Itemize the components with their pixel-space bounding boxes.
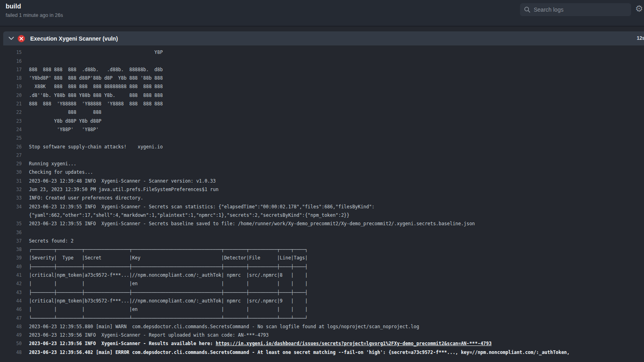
log-lines: 14 d8b15 Y8P1617888 888 888 888 .d88b. .…: [0, 45, 644, 362]
line-text: d8b: [29, 45, 163, 48]
line-text: Stop software supply-chain attacks! xyge…: [29, 143, 163, 151]
log-line: 39|Severity| Type |Secret |Key |Detector…: [0, 254, 644, 262]
line-number[interactable]: 47: [0, 314, 22, 323]
line-number[interactable]: 17: [0, 66, 22, 74]
line-number[interactable]: 46: [0, 305, 22, 314]
log-line: 42| | | |en | | | | |: [0, 280, 644, 288]
log-line: 342023-06-23 12:39:55 INFO Xygeni-Scanne…: [0, 203, 644, 211]
log-line: {"yaml":662,"other":17,"shell":4,"markdo…: [0, 211, 644, 220]
line-text: |Severity| Type |Secret |Key |Detector|F…: [29, 254, 308, 262]
line-text: ┌────────┬─────────┬────────────────┬───…: [29, 245, 308, 254]
line-number[interactable]: 14: [0, 45, 22, 48]
line-number[interactable]: 38: [0, 245, 22, 254]
log-line: 15 Y8P: [0, 48, 644, 57]
line-number[interactable]: 49: [0, 331, 22, 339]
log-line: 20.d8''8b. Y88b 888 Y88b 888 Y8b. 888 88…: [0, 91, 644, 100]
gear-icon[interactable]: ⚙: [635, 4, 643, 13]
log-line: 41|critical|npm_token|a73c9572-f***...|/…: [0, 271, 644, 280]
line-number[interactable]: 19: [0, 82, 22, 91]
log-line: 37Secrets found: 2: [0, 237, 644, 245]
line-number[interactable]: 39: [0, 254, 22, 262]
line-number[interactable]: 27: [0, 151, 22, 160]
line-number[interactable]: 35: [0, 220, 22, 228]
log-line: 40├────────┼─────────┼────────────────┼─…: [0, 263, 644, 271]
line-number[interactable]: 30: [0, 168, 22, 177]
log-line: 24 'Y88P' 'Y88P': [0, 125, 644, 134]
line-number[interactable]: 24: [0, 125, 22, 134]
log-line: 21888 888 'Y88888 'Y88888 'Y8888 888 888…: [0, 100, 644, 108]
line-text: 2023-06-23 12:39:48 INFO Xygeni-Scanner …: [29, 177, 216, 185]
log-line: 38┌────────┬─────────┬────────────────┬─…: [0, 245, 644, 254]
line-text: Jun 23, 2023 12:39:50 PM java.util.prefs…: [29, 185, 219, 194]
search-icon: [524, 6, 530, 13]
line-number[interactable]: 23: [0, 117, 22, 125]
line-number[interactable]: 42: [0, 280, 22, 288]
line-number[interactable]: 26: [0, 143, 22, 151]
log-line: 44|critical|npm_token|b73c9572-f***...|/…: [0, 297, 644, 305]
step-failed-icon: [18, 35, 25, 42]
line-number[interactable]: 18: [0, 74, 22, 82]
line-text: 888 888 'Y88888 'Y88888 'Y8888 888 888 8…: [29, 100, 163, 108]
line-number[interactable]: 36: [0, 228, 22, 237]
log-line: 312023-06-23 12:39:48 INFO Xygeni-Scanne…: [0, 177, 644, 185]
line-number[interactable]: 48: [0, 348, 22, 357]
line-number[interactable]: 22: [0, 108, 22, 117]
line-number[interactable]: 25: [0, 134, 22, 142]
line-number[interactable]: 16: [0, 57, 22, 66]
log-line: 27: [0, 151, 644, 160]
line-number[interactable]: 32: [0, 185, 22, 194]
line-number[interactable]: 44: [0, 297, 22, 305]
results-link[interactable]: https://in.xygeni.io/dashboard/issues/se…: [216, 341, 491, 346]
line-text: └────────┴─────────┴────────────────┴───…: [29, 314, 308, 323]
line-number[interactable]: [0, 211, 22, 220]
line-number[interactable]: 48: [0, 323, 22, 331]
line-text: 2023-06-23 12:39:55 INFO Xygeni-Scanner …: [29, 220, 475, 228]
line-text: Y8P: [29, 48, 163, 57]
line-text: 2023-06-23 12:39:56 INFO Xygeni-Scanner …: [29, 331, 268, 339]
log-line: 352023-06-23 12:39:55 INFO Xygeni-Scanne…: [0, 220, 644, 228]
line-text: | | | |en | | | | |: [29, 305, 308, 314]
line-number[interactable]: 50: [0, 339, 22, 348]
log-line: 26Stop software supply-chain attacks! xy…: [0, 143, 644, 151]
log-line: 30Checking for updates...: [0, 168, 644, 177]
log-line: 46| | | |en | | | | |: [0, 305, 644, 314]
line-text: 888 888: [29, 108, 101, 117]
line-number[interactable]: 15: [0, 48, 22, 57]
log-line: 16: [0, 57, 644, 66]
line-number[interactable]: 21: [0, 100, 22, 108]
line-text: 'Y8bd8P' 888 888 d88P'88b d8P Y8b 888 '8…: [29, 74, 163, 82]
search-logs-box[interactable]: [520, 3, 631, 16]
line-number[interactable]: 37: [0, 237, 22, 245]
line-text: |critical|npm_token|a73c9572-f***...|//n…: [29, 271, 308, 280]
line-text: | | | |en | | | | |: [29, 280, 308, 288]
line-number[interactable]: 34: [0, 203, 22, 211]
log-line: 47└────────┴─────────┴────────────────┴─…: [0, 314, 644, 323]
log-line: 36: [0, 228, 644, 237]
log-line: 18'Y8bd8P' 888 888 d88P'88b d8P Y8b 888 …: [0, 74, 644, 82]
line-number[interactable]: 43: [0, 288, 22, 297]
log-line: 492023-06-23 12:39:56 INFO Xygeni-Scanne…: [0, 331, 644, 339]
line-text: 2023-06-23 12:39:56.402 [main] ERROR com…: [29, 348, 570, 357]
log-line: 502023-06-23 12:39:56 INFO Xygeni-Scanne…: [0, 339, 644, 348]
line-text: X88K 888 888 888 888 88888888 888 888 88…: [29, 82, 163, 91]
line-number[interactable]: 33: [0, 194, 22, 202]
log-line: 482023-06-23 12:39:56.402 [main] ERROR c…: [0, 348, 644, 357]
line-text: INFO: Created user preferences directory…: [29, 194, 143, 202]
log-line: 33INFO: Created user preferences directo…: [0, 194, 644, 202]
line-text: {"yaml":662,"other":17,"shell":4,"markdo…: [29, 211, 349, 220]
line-number[interactable]: 40: [0, 263, 22, 271]
search-input[interactable]: [534, 6, 627, 13]
line-text: 888 888 888 888 .d88b. .d88b. 88888b. d8…: [29, 66, 163, 74]
line-text: 'Y88P' 'Y88P': [29, 125, 99, 134]
log-line: 29Running xygeni...: [0, 160, 644, 168]
line-number[interactable]: 20: [0, 91, 22, 100]
line-number[interactable]: 31: [0, 177, 22, 185]
job-title: build: [6, 3, 21, 10]
line-text: Y8b d88P Y8b d88P: [29, 117, 101, 125]
line-number[interactable]: 41: [0, 271, 22, 280]
step-header[interactable]: Execution Xygeni Scanner (vuln) 12s: [3, 31, 644, 45]
log-line: 23 Y8b d88P Y8b d88P: [0, 117, 644, 125]
chevron-down-icon[interactable]: [6, 34, 16, 43]
line-text: Checking for updates...: [29, 168, 93, 177]
line-number[interactable]: 29: [0, 160, 22, 168]
